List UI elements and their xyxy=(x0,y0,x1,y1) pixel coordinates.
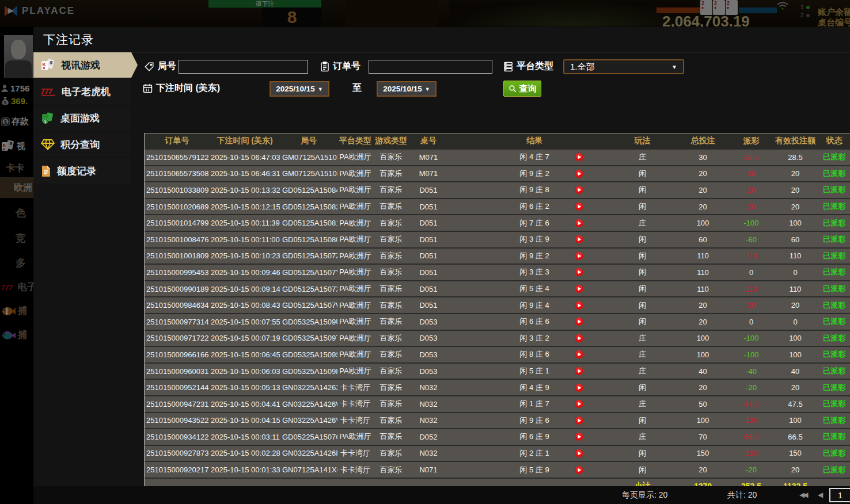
replay-icon[interactable] xyxy=(575,153,583,162)
platform: 卡卡湾厅 xyxy=(337,413,373,429)
valid-bet: 100 xyxy=(772,347,818,362)
result: 闲 3 庄 9 xyxy=(448,232,609,247)
valid-bet: 66.5 xyxy=(772,429,818,445)
status: 已派彩 xyxy=(818,314,850,330)
total-bet: 70 xyxy=(676,429,730,445)
order-number: 251015001033809 xyxy=(145,182,210,198)
valid-bet: 100 xyxy=(772,331,818,346)
result-text: 闲 8 庄 6 xyxy=(519,349,549,360)
replay-icon[interactable] xyxy=(575,400,583,408)
modal-titlebar: 下注记录 xyxy=(33,27,850,52)
order-number: 251015001014799 xyxy=(145,215,210,231)
table-row: 2510150009278732025-10-15 00:02:28GN0322… xyxy=(145,446,850,461)
column-header: 总投注 xyxy=(676,133,730,148)
payout: 66.5 xyxy=(730,429,772,445)
column-header: 有效投注额 xyxy=(772,133,818,148)
replay-icon[interactable] xyxy=(575,251,583,260)
platform-select[interactable]: 1.全部 ▼ xyxy=(563,59,684,74)
valid-bet: 20 xyxy=(772,462,818,478)
order-filter-label: 订单号 xyxy=(320,60,361,72)
bet-time: 2025-10-15 06:47:03 xyxy=(210,150,280,165)
menu-item-2[interactable]: $桌面游戏 xyxy=(33,105,131,131)
bet-side: 闲 xyxy=(609,265,676,280)
prev-page-icon[interactable]: ◀ xyxy=(818,491,821,499)
column-header: 桌号 xyxy=(409,133,448,148)
payout: -40 xyxy=(730,364,772,379)
replay-icon[interactable] xyxy=(575,350,583,359)
total-bet: 20 xyxy=(676,199,730,215)
game-type: 百家乐 xyxy=(373,413,409,429)
replay-icon[interactable] xyxy=(575,219,583,227)
bet-time: 2025-10-15 00:07:19 xyxy=(210,331,280,346)
date-from-picker[interactable]: 2025/10/15 ▼ xyxy=(270,81,329,97)
replay-icon[interactable] xyxy=(575,186,583,194)
result: 闲 5 庄 4 xyxy=(448,281,609,297)
menu-item-4[interactable]: 额度记录 xyxy=(33,158,131,184)
valid-bet: 20 xyxy=(772,297,818,313)
table-row: 2510150009661662025-10-15 00:06:45GD0532… xyxy=(145,347,850,362)
menu-item-label: 电子老虎机 xyxy=(62,85,111,98)
order-input[interactable] xyxy=(369,60,492,74)
replay-icon[interactable] xyxy=(575,383,583,392)
menu-item-label: 积分查询 xyxy=(60,138,100,151)
page-number-input[interactable]: 1 xyxy=(829,488,850,502)
result-text: 闲 5 庄 4 xyxy=(519,284,549,294)
result: 闲 4 庄 7 xyxy=(448,150,609,165)
payout: -60 xyxy=(730,232,772,247)
replay-icon[interactable] xyxy=(575,169,583,178)
replay-icon[interactable] xyxy=(575,449,583,457)
total-bet: 20 xyxy=(676,297,730,313)
replay-icon[interactable] xyxy=(575,367,583,376)
bet-side: 庄 xyxy=(609,215,676,231)
result: 闲 9 庄 2 xyxy=(448,166,609,182)
game-type: 百家乐 xyxy=(373,331,409,346)
replay-icon[interactable] xyxy=(575,318,583,326)
bet-time: 2025-10-15 00:12:15 xyxy=(210,199,280,215)
result-text: 闲 9 庄 4 xyxy=(519,300,549,311)
platform: PA欧洲厅 xyxy=(337,297,373,313)
valid-bet: 47.5 xyxy=(772,396,818,412)
replay-icon[interactable] xyxy=(575,465,583,474)
replay-icon[interactable] xyxy=(575,203,583,211)
platform: PA欧洲厅 xyxy=(337,265,373,280)
date-to-picker[interactable]: 2025/10/15 ▼ xyxy=(377,81,437,97)
first-page-icon[interactable]: ◀◀ xyxy=(799,491,806,499)
order-number: 251015000960031 xyxy=(145,364,210,379)
menu-item-3[interactable]: 积分查询 xyxy=(33,132,131,157)
replay-icon[interactable] xyxy=(575,268,583,277)
platform: PA欧洲厅 xyxy=(337,347,373,362)
status: 已派彩 xyxy=(818,297,850,313)
bet-time: 2025-10-15 00:11:39 xyxy=(210,215,280,231)
table-row: 2510150009435222025-10-15 00:04:15GN0322… xyxy=(145,413,850,429)
round-number: GD05125A15082 xyxy=(280,199,337,215)
replay-icon[interactable] xyxy=(575,301,583,310)
table-body: 2510150655791222025-10-15 06:47:03GM0712… xyxy=(145,150,850,478)
valid-bet: 110 xyxy=(772,281,818,297)
game-type: 百家乐 xyxy=(373,249,409,264)
game-type: 百家乐 xyxy=(373,281,409,297)
replay-icon[interactable] xyxy=(575,334,583,342)
result-text: 闲 9 庄 8 xyxy=(519,185,549,195)
search-button[interactable]: 查询 xyxy=(503,81,541,97)
replay-icon[interactable] xyxy=(575,433,583,441)
round-input[interactable] xyxy=(179,60,308,74)
round-number: GD05125A15081 xyxy=(280,215,337,231)
platform: PA欧洲厅 xyxy=(337,331,373,346)
bet-time: 2025-10-15 00:09:46 xyxy=(210,265,280,280)
total-bet: 150 xyxy=(676,446,730,461)
replay-icon[interactable] xyxy=(575,235,583,244)
result: 闲 6 庄 9 xyxy=(448,429,609,445)
total-bet: 100 xyxy=(676,331,730,346)
table-number: D053 xyxy=(409,347,448,362)
result: 闲 9 庄 6 xyxy=(448,413,609,429)
menu-item-1[interactable]: 777电子老虎机 xyxy=(33,79,131,104)
result-text: 闲 7 庄 6 xyxy=(519,218,549,228)
result-text: 闲 9 庄 6 xyxy=(519,415,549,426)
replay-icon[interactable] xyxy=(575,285,583,293)
replay-icon[interactable] xyxy=(575,416,583,425)
game-type: 百家乐 xyxy=(373,166,409,182)
status: 已派彩 xyxy=(818,281,850,297)
menu-item-0[interactable]: 9K♥视讯游戏 xyxy=(33,52,131,78)
game-type: 百家乐 xyxy=(373,429,409,445)
result-text: 闲 3 庄 3 xyxy=(519,267,549,277)
